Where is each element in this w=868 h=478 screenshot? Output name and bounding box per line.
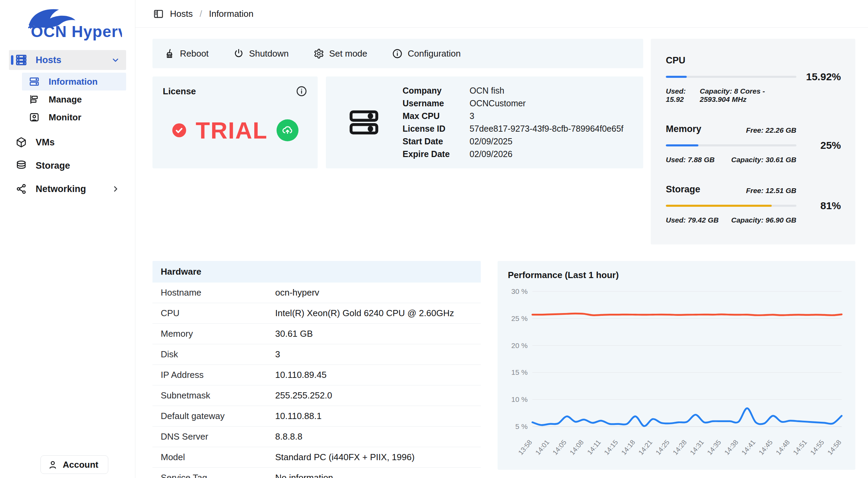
table-row: Default gateway10.110.88.1 (152, 406, 481, 427)
company-card: CompanyOCN fish UsernameOCNCustomer Max … (326, 76, 643, 168)
server-icon (28, 75, 40, 88)
license-badge: TRIAL (196, 117, 268, 144)
company-row-value: 57dee817-9273-43f9-8cfb-789964f0e65f (469, 124, 623, 134)
svg-text:20 %: 20 % (511, 342, 528, 349)
sidebar-item-information[interactable]: Information (22, 73, 126, 91)
check-badge-icon (172, 123, 187, 138)
company-row-value: OCNCustomer (469, 98, 623, 108)
storage-progress-fill (666, 205, 772, 207)
svg-text:14:35: 14:35 (706, 438, 722, 456)
storage-used: Used: 79.42 GB (666, 216, 719, 224)
company-row-value: 02/09/2025 (469, 136, 623, 146)
sidebar-item-monitor[interactable]: Monitor (22, 108, 126, 126)
storage-stat: Storage Free: 12.51 GB 81% Used: 79.42 G… (666, 184, 841, 224)
table-row: DNS Server8.8.8.8 (152, 427, 481, 447)
breadcrumb-parent[interactable]: Hosts (170, 9, 193, 19)
sidebar-item-label: Hosts (36, 55, 111, 65)
hw-row-label: DNS Server (152, 431, 275, 442)
chevron-right-icon (111, 184, 120, 193)
sidebar-item-hosts[interactable]: Hosts (9, 50, 126, 70)
cpu-stat-title: CPU (666, 55, 685, 66)
svg-text:14:48: 14:48 (774, 438, 791, 456)
sidebar-item-storage[interactable]: Storage (9, 155, 126, 176)
sidebar-item-networking[interactable]: Networking (9, 178, 126, 200)
table-row: Subnetmask255.255.252.0 (152, 385, 481, 406)
reboot-icon (164, 48, 175, 59)
svg-text:OCN Hyperv: OCN Hyperv (31, 23, 122, 40)
performance-chart-title: Performance (Last 1 hour) (508, 270, 847, 280)
account-label: Account (63, 459, 98, 470)
table-row: CPUIntel(R) Xeon(R) Gold 6240 CPU @ 2.60… (152, 303, 481, 324)
table-row: ModelStandard PC (i440FX + PIIX, 1996) (152, 447, 481, 468)
storage-capacity: Capacity: 96.90 GB (731, 216, 796, 224)
company-row-label: License ID (403, 124, 450, 134)
svg-text:14:05: 14:05 (551, 438, 568, 456)
memory-progress-fill (666, 144, 698, 146)
sidebar-item-label: Monitor (49, 112, 120, 123)
reboot-button[interactable]: Reboot (164, 48, 209, 59)
memory-free: Free: 22.26 GB (746, 126, 796, 134)
hw-row-value: Intel(R) Xeon(R) Gold 6240 CPU @ 2.60GHz (275, 308, 454, 319)
reboot-label: Reboot (180, 48, 209, 59)
hw-row-label: IP Address (152, 370, 275, 380)
database-icon (15, 159, 27, 172)
cpu-capacity: Capacity: 8 Cores - 2593.904 MHz (700, 87, 796, 104)
company-row-label: Company (403, 86, 450, 96)
svg-text:14:45: 14:45 (757, 438, 774, 456)
hw-row-label: Memory (152, 328, 275, 339)
svg-text:10 %: 10 % (511, 395, 528, 403)
storage-stat-title: Storage (666, 184, 700, 195)
svg-text:14:41: 14:41 (740, 438, 757, 456)
breadcrumb-separator: / (199, 9, 202, 19)
account-button[interactable]: Account (40, 455, 108, 474)
server-stack-icon (15, 54, 27, 66)
configuration-label: Configuration (408, 48, 461, 59)
content: Reboot Shutdown Set mode (135, 28, 868, 478)
company-row-value: 3 (469, 111, 623, 121)
gear-icon (314, 48, 324, 59)
license-title: License (163, 86, 196, 97)
table-row: Disk3 (152, 344, 481, 365)
table-row: IP Address10.110.89.45 (152, 365, 481, 385)
hw-row-value: 10.110.88.1 (275, 411, 321, 421)
hw-row-value: Standard PC (i440FX + PIIX, 1996) (275, 452, 415, 463)
storage-progress-track (666, 205, 796, 207)
svg-text:5 %: 5 % (515, 422, 528, 430)
hw-row-value: 10.110.89.45 (275, 370, 327, 380)
set-mode-label: Set mode (329, 48, 367, 59)
hw-row-value: 255.255.252.0 (275, 390, 332, 401)
panel-left-icon[interactable] (153, 9, 164, 19)
cube-icon (15, 136, 27, 148)
company-row-label: Max CPU (403, 111, 450, 121)
hw-row-label: Default gateway (152, 411, 275, 421)
hw-row-label: CPU (152, 308, 275, 319)
chevron-down-icon (111, 56, 120, 64)
upload-license-button[interactable] (277, 119, 298, 141)
manage-icon (28, 93, 40, 106)
sidebar: OCN Hyperv Hosts Information (0, 0, 135, 478)
sidebar-menu: Hosts Information Manage (0, 50, 135, 200)
performance-chart: 30 %25 %20 %15 %10 %5 %13:5814:0114:0514… (506, 281, 847, 466)
power-icon (233, 48, 244, 59)
license-info-icon[interactable] (296, 85, 307, 97)
cpu-used: Used: 15.92 (666, 87, 700, 104)
svg-text:14:18: 14:18 (620, 438, 637, 456)
sidebar-item-label: Storage (36, 160, 120, 171)
sidebar-item-label: VMs (36, 137, 120, 148)
sidebar-item-manage[interactable]: Manage (22, 91, 126, 108)
svg-text:14:15: 14:15 (603, 438, 620, 456)
configuration-button[interactable]: Configuration (392, 48, 461, 59)
host-actions-toolbar: Reboot Shutdown Set mode (152, 39, 643, 68)
set-mode-button[interactable]: Set mode (314, 48, 367, 59)
sidebar-item-label: Information (49, 76, 120, 87)
shutdown-button[interactable]: Shutdown (233, 48, 289, 59)
svg-text:14:28: 14:28 (671, 438, 688, 456)
svg-text:14:38: 14:38 (723, 438, 739, 456)
memory-used: Used: 7.88 GB (666, 156, 714, 164)
table-row: Service TagNo information (152, 468, 481, 478)
company-server-icon (346, 102, 382, 143)
app-logo: OCN Hyperv (19, 5, 135, 41)
company-row-label: Username (403, 98, 450, 108)
sidebar-item-vms[interactable]: VMs (9, 132, 126, 153)
svg-text:14:58: 14:58 (826, 438, 843, 456)
